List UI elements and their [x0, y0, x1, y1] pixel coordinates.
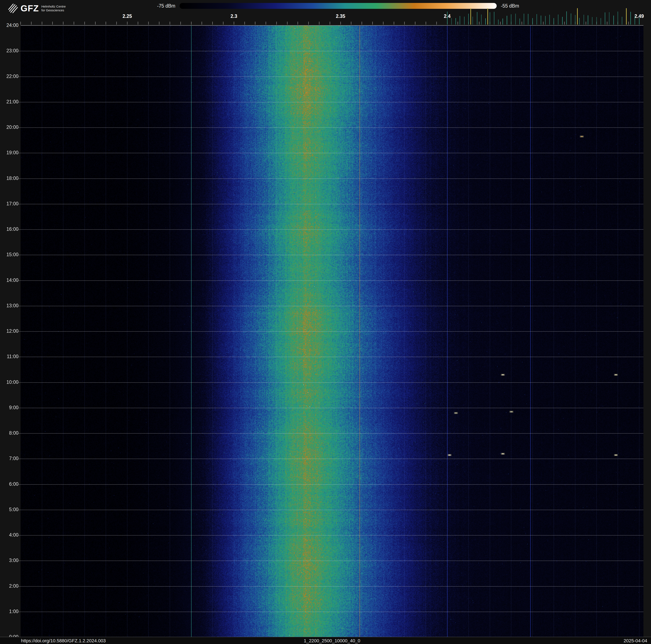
time-tick-label: 13:00 — [0, 303, 19, 308]
time-tick-label: 5:00 — [0, 507, 19, 512]
axis-tick — [394, 22, 394, 25]
time-tick-label: 14:00 — [0, 277, 19, 283]
axis-tick — [500, 22, 501, 25]
axis-tick — [362, 22, 362, 25]
time-tick-label: 3:00 — [0, 558, 19, 563]
axis-tick — [319, 22, 319, 25]
axis-tick — [404, 22, 405, 25]
axis-tick — [436, 22, 437, 25]
axis-tick — [507, 16, 507, 25]
axis-tick — [554, 18, 554, 25]
axis-tick — [472, 17, 473, 25]
colorbar-max-label: -55 dBm — [501, 3, 519, 9]
axis-tick — [266, 22, 266, 25]
axis-tick — [520, 19, 520, 25]
axis-tick — [191, 22, 191, 25]
logo-brand: GFZ — [21, 3, 39, 13]
gfz-logo: GFZ Helmholtz Centre for Geosciences — [8, 3, 66, 13]
axis-tick — [52, 22, 53, 25]
axis-tick — [464, 17, 465, 25]
axis-tick — [470, 8, 471, 25]
dataset-name: 1_2200_2500_10000_40_0 — [304, 638, 360, 644]
time-tick-label: 20:00 — [0, 124, 19, 130]
axis-tick — [212, 22, 213, 25]
axis-tick — [138, 22, 138, 25]
axis-tick — [298, 22, 298, 25]
axis-tick — [202, 22, 202, 25]
axis-tick — [330, 22, 330, 25]
axis-tick — [541, 16, 541, 25]
time-tick-label: 24:00 — [0, 23, 19, 28]
axis-tick — [628, 22, 629, 25]
axis-tick — [42, 22, 42, 25]
axis-tick — [528, 14, 528, 25]
axis-tick — [116, 22, 117, 25]
colorbar-min-label: -75 dBm — [157, 3, 175, 9]
axis-tick — [566, 11, 567, 25]
logo-subtitle: Helmholtz Centre for Geosciences — [41, 5, 66, 12]
doi-link[interactable]: https://doi.org/10.5880/GFZ.1.2.2024.003 — [21, 638, 106, 644]
axis-tick — [584, 15, 584, 25]
axis-tick — [545, 16, 546, 25]
axis-tick — [639, 18, 640, 25]
time-tick-label: 6:00 — [0, 481, 19, 487]
time-tick-label: 4:00 — [0, 532, 19, 538]
axis-tick — [626, 8, 627, 25]
axis-tick — [426, 22, 426, 25]
axis-tick — [223, 22, 223, 25]
axis-tick — [498, 20, 499, 25]
axis-tick — [532, 18, 533, 25]
freq-tick-label: 2.3 — [230, 13, 237, 19]
axis-tick — [451, 18, 452, 25]
axis-tick — [148, 22, 149, 25]
axis-tick — [105, 22, 106, 25]
time-tick-label: 12:00 — [0, 328, 19, 334]
axis-tick — [571, 13, 571, 25]
axis-tick — [468, 14, 469, 25]
spectrogram-canvas — [21, 26, 644, 637]
time-tick-label: 2:00 — [0, 583, 19, 589]
time-tick-label: 10:00 — [0, 379, 19, 385]
axis-tick — [383, 22, 383, 25]
axis-tick — [234, 22, 234, 25]
colorbar-group: -75 dBm -55 dBm — [157, 3, 519, 9]
logo-subtitle-line1: Helmholtz Centre — [41, 5, 66, 8]
axis-tick — [447, 11, 447, 25]
time-tick-label: 21:00 — [0, 99, 19, 105]
axis-tick — [511, 14, 512, 25]
axis-tick — [31, 22, 31, 25]
gfz-logo-icon — [8, 3, 18, 13]
logo-subtitle-line2: for Geosciences — [41, 8, 66, 12]
axis-tick — [308, 22, 309, 25]
axis-tick — [415, 22, 415, 25]
axis-tick — [575, 15, 576, 25]
axis-tick — [477, 12, 477, 25]
axis-tick — [372, 22, 373, 25]
axis-tick — [502, 19, 503, 25]
axis-tick — [634, 16, 635, 25]
axis-tick — [479, 22, 479, 25]
axis-tick — [456, 18, 456, 25]
axis-tick — [20, 22, 21, 25]
colorbar — [180, 3, 497, 9]
axis-tick — [95, 22, 96, 25]
time-tick-label: 8:00 — [0, 430, 19, 436]
axis-tick — [170, 22, 170, 25]
time-tick-label: 1:00 — [0, 609, 19, 614]
axis-tick — [85, 22, 85, 25]
axis-tick — [596, 17, 597, 25]
axis-tick — [579, 18, 580, 25]
axis-tick — [607, 22, 607, 25]
axis-tick — [586, 22, 586, 25]
axis-tick — [180, 22, 181, 25]
axis-tick — [549, 15, 550, 25]
time-tick-label: 22:00 — [0, 74, 19, 79]
axis-tick — [481, 14, 482, 25]
axis-tick — [524, 14, 524, 25]
time-tick-label: 23:00 — [0, 48, 19, 53]
axis-tick — [613, 16, 614, 25]
axis-tick — [600, 18, 601, 25]
axis-tick — [577, 8, 578, 25]
axis-tick — [276, 22, 277, 25]
axis-tick — [287, 22, 287, 25]
